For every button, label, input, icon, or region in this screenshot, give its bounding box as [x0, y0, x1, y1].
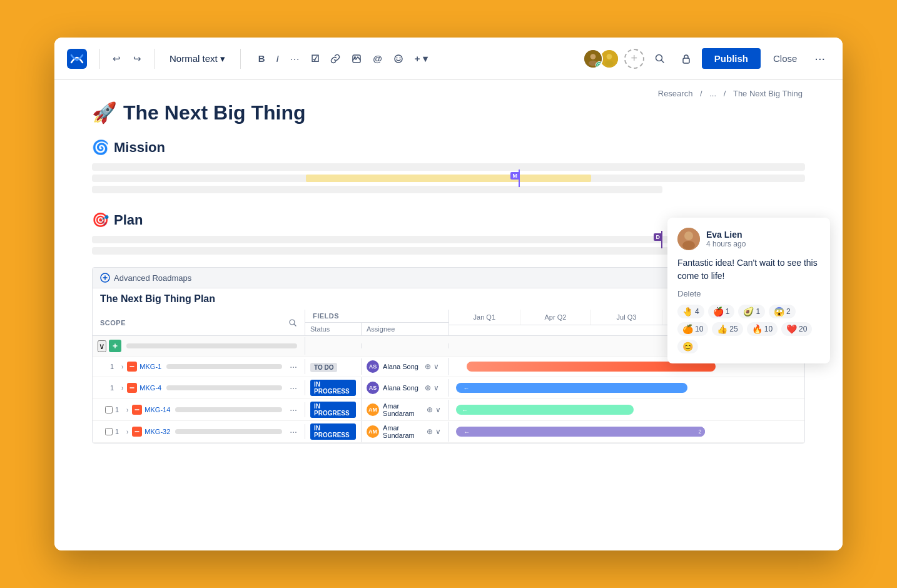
thumbsup-emoji: 👍 [717, 324, 727, 334]
mission-content: M [92, 163, 805, 193]
eva-avatar-image [677, 228, 700, 250]
breadcrumb-sep-1: / [700, 89, 704, 98]
avocado-emoji: 🥑 [743, 307, 754, 317]
reaction-fire[interactable]: 🔥 10 [747, 322, 778, 336]
row-more-button-mkg4[interactable]: ··· [287, 383, 300, 393]
svg-rect-13 [683, 58, 689, 63]
row-more-button-mkg1[interactable]: ··· [287, 362, 300, 372]
emoji-button[interactable] [388, 50, 408, 68]
parent-issue-icon [109, 340, 121, 352]
reaction-avocado[interactable]: 🥑 1 [738, 305, 765, 318]
row-action-btn-2[interactable]: ∨ [433, 383, 439, 392]
issue-title-bar [166, 364, 282, 369]
quarter-jul-q3: Jul Q3 [591, 310, 662, 325]
apple-count: 1 [726, 307, 730, 316]
reaction-tangerine[interactable]: 🍊 10 [677, 322, 708, 336]
reaction-scream[interactable]: 😱 2 [769, 305, 796, 318]
scream-count: 2 [786, 307, 791, 316]
expand-row-button[interactable]: › [120, 362, 124, 372]
row-action-btn-1[interactable]: ⊕ [425, 362, 431, 371]
row-more-button-mkg14[interactable]: ··· [287, 405, 300, 415]
row-assignee-mkg14: AM Amar Sundaram ⊕ ∨ [362, 400, 449, 420]
issue-id-mkg14[interactable]: MKG-14 [144, 406, 170, 413]
toolbar: ↩ ↪ Normal text ▾ B I ··· ☑ [54, 38, 843, 80]
gantt-bar-mkg14: ← [456, 405, 634, 415]
breadcrumb-research[interactable]: Research [658, 89, 693, 98]
parent-assignee-cell [362, 343, 449, 348]
comment-author-info: Eva Lien 4 hours ago [706, 230, 746, 248]
more-actions-button[interactable]: ··· [809, 46, 830, 71]
issue-id-mkg32[interactable]: MKG-32 [144, 428, 170, 435]
row-action-btn-1[interactable]: ⊕ [427, 405, 433, 414]
page-title: 🚀 The Next Big Thing [92, 101, 805, 124]
row-checkbox-mkg32[interactable] [105, 428, 113, 435]
row-action-btn-2[interactable]: ∨ [433, 362, 439, 371]
publish-button[interactable]: Publish [702, 48, 761, 69]
comment-delete-button[interactable]: Delete [677, 289, 820, 298]
confluence-logo[interactable] [67, 49, 87, 69]
row-scope-mkg32: 1 › MKG-32 ··· [93, 424, 305, 439]
bold-button[interactable]: B [253, 49, 270, 68]
assignee-name-alana2: Alana Song [383, 384, 418, 392]
row-action-btn-1[interactable]: ⊕ [427, 427, 433, 436]
add-collaborator-button[interactable]: + [624, 49, 644, 69]
mission-yellow-highlight [306, 175, 591, 182]
insert-button[interactable]: + ▾ [410, 49, 433, 68]
expand-row-button[interactable]: › [125, 405, 129, 415]
link-button[interactable] [325, 50, 345, 68]
mention-button[interactable]: @ [368, 49, 387, 68]
row-action-btn-1[interactable]: ⊕ [425, 383, 431, 392]
assignee-avatar-alana2: AS [367, 382, 379, 394]
collapse-button[interactable]: ∨ [98, 340, 106, 352]
search-button[interactable] [649, 49, 671, 68]
issue-title-bar [175, 407, 282, 412]
reaction-smile[interactable]: 😊 [677, 340, 698, 353]
mission-highlighted-line: M [92, 175, 805, 182]
mission-line-3 [92, 186, 662, 193]
checkbox-button[interactable]: ☑ [306, 49, 324, 68]
issue-id-mkg4[interactable]: MKG-4 [139, 384, 161, 392]
mission-heading-text: Mission [114, 139, 165, 156]
svg-point-10 [606, 54, 612, 59]
roadmap-label: Advanced Roadmaps [114, 273, 191, 283]
issue-icon-mkg1 [127, 362, 137, 372]
expand-row-button[interactable]: › [125, 427, 129, 437]
breadcrumb-ellipsis[interactable]: ... [709, 89, 716, 98]
parent-bar-placeholder [126, 343, 297, 348]
scream-emoji: 😱 [774, 307, 784, 317]
undo-button[interactable]: ↩ [108, 49, 126, 68]
lock-button[interactable] [676, 49, 697, 68]
row-status-mkg4: IN PROGRESS [305, 377, 362, 398]
row-checkbox-mkg14[interactable] [105, 406, 113, 413]
svg-point-3 [395, 55, 402, 63]
status-subheader: Status [305, 323, 362, 335]
issue-id-mkg1[interactable]: MKG-1 [139, 363, 161, 370]
reaction-thumbsup[interactable]: 👍 25 [712, 322, 742, 336]
text-style-dropdown[interactable]: Normal text ▾ [162, 49, 233, 68]
issue-icon-mkg14 [132, 405, 142, 415]
italic-button[interactable]: I [271, 49, 284, 68]
image-button[interactable] [347, 50, 367, 68]
close-button[interactable]: Close [766, 48, 804, 69]
fire-emoji: 🔥 [752, 324, 763, 334]
avatar-collaborator-g: G [583, 49, 603, 69]
search-scope-icon[interactable] [288, 318, 297, 327]
reaction-wave[interactable]: 🤚 4 [677, 305, 704, 318]
row-more-button-mkg32[interactable]: ··· [287, 427, 300, 437]
title-text[interactable]: The Next Big Thing [123, 101, 306, 124]
reaction-apple[interactable]: 🍎 1 [708, 305, 735, 318]
row-assignee-mkg1: AS Alana Song ⊕ ∨ [362, 358, 449, 375]
row-timeline-mkg14: ← [449, 400, 804, 420]
expand-row-button[interactable]: › [120, 383, 124, 393]
issue-type-icon [129, 363, 135, 370]
row-num: 1 [110, 363, 118, 370]
table-row: 1 › MKG-32 ··· IN PROGRESS [93, 421, 804, 443]
redo-button[interactable]: ↪ [128, 49, 146, 68]
quarter-jan-q1: Jan Q1 [449, 310, 520, 325]
more-formatting-button[interactable]: ··· [285, 49, 305, 68]
row-action-btn-2[interactable]: ∨ [435, 427, 441, 436]
reaction-heart[interactable]: ❤️ 20 [781, 322, 812, 336]
comment-time: 4 hours ago [706, 240, 746, 248]
gantt-bar-mkg4: ← [456, 383, 687, 393]
row-action-btn-2[interactable]: ∨ [435, 405, 441, 414]
